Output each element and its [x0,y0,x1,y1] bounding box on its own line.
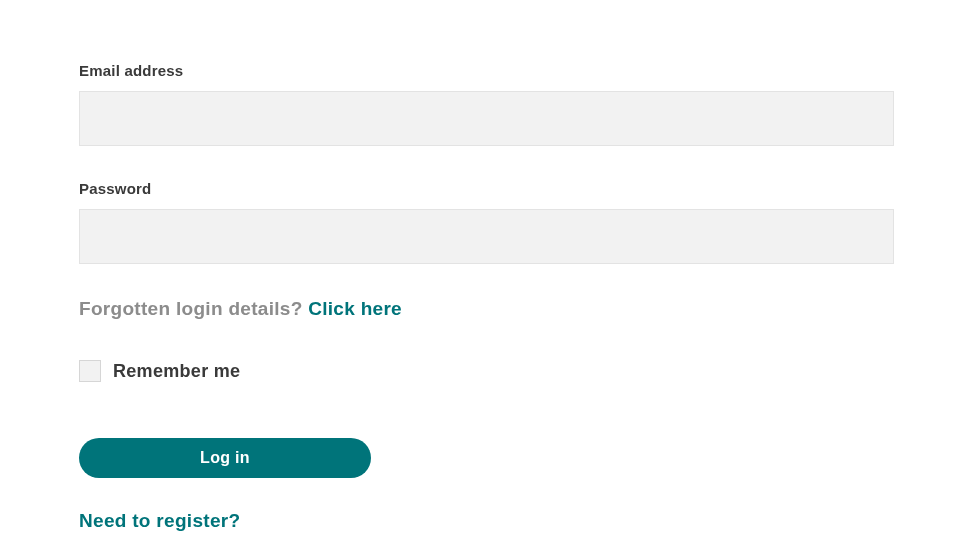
remember-label: Remember me [113,361,240,382]
remember-checkbox[interactable] [79,360,101,382]
email-field-group: Email address [79,62,894,146]
forgotten-row: Forgotten login details? Click here [79,298,894,320]
forgotten-link[interactable]: Click here [308,298,402,319]
forgotten-text: Forgotten login details? [79,298,308,319]
password-field-group: Password [79,180,894,264]
login-button[interactable]: Log in [79,438,371,478]
email-label: Email address [79,62,894,79]
password-label: Password [79,180,894,197]
password-input[interactable] [79,209,894,264]
login-form: Email address Password Forgotten login d… [79,62,894,532]
register-link[interactable]: Need to register? [79,510,894,532]
email-input[interactable] [79,91,894,146]
remember-row: Remember me [79,360,894,382]
